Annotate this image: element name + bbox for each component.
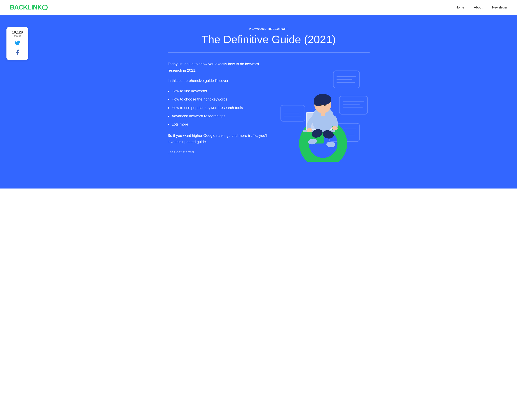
share-count: 10,129 (10, 30, 24, 35)
svg-point-26 (307, 128, 312, 132)
facebook-share-button[interactable] (10, 49, 24, 57)
hero-illustration (277, 61, 370, 162)
share-widget: 10,129 shares (7, 27, 28, 60)
hero-section: 10,129 shares KEYWORD RESEARCH: The Defi… (0, 15, 517, 188)
nav-home[interactable]: Home (456, 6, 464, 9)
svg-rect-4 (339, 96, 368, 114)
hero-body: Today I'm going to show you exactly how … (168, 61, 370, 162)
hero-svg-illustration (277, 65, 370, 162)
navbar: BACKLINK Home About Newsletter (0, 0, 517, 15)
hero-text: Today I'm going to show you exactly how … (168, 61, 269, 159)
logo[interactable]: BACKLINK (10, 4, 48, 11)
svg-point-27 (332, 126, 338, 130)
svg-rect-33 (321, 112, 325, 116)
svg-point-25 (326, 141, 335, 148)
hero-divider (168, 52, 370, 53)
nav-links: Home About Newsletter (456, 6, 507, 9)
hero-intro2: In this comprehensive guide I'll cover: (168, 77, 269, 84)
svg-point-31 (320, 104, 321, 106)
svg-point-32 (324, 104, 326, 106)
bullet-3: How to use popular keyword research tool… (172, 105, 269, 111)
hero-subtitle: KEYWORD RESEARCH: (168, 27, 370, 30)
share-label: shares (10, 35, 24, 37)
bullet-1: How to find keywords (172, 88, 269, 94)
logo-text: BACKLINK (10, 4, 42, 11)
nav-about[interactable]: About (474, 6, 482, 9)
hero-content: KEYWORD RESEARCH: The Definitive Guide (… (147, 27, 370, 162)
hero-intro1: Today I'm going to show you exactly how … (168, 61, 269, 74)
hero-title: The Definitive Guide (2021) (168, 33, 370, 46)
nav-newsletter[interactable]: Newsletter (492, 6, 507, 9)
bullet-4: Advanced keyword research tips (172, 113, 269, 119)
hero-bullets: How to find keywords How to choose the r… (172, 88, 269, 127)
bullet-5: Lots more (172, 121, 269, 127)
hero-cta: So if you want higher Google rankings an… (168, 132, 269, 145)
keyword-research-tools-link[interactable]: keyword research tools (205, 105, 243, 110)
bullet-2: How to choose the right keywords (172, 96, 269, 102)
hero-lets-start: Let's get started. (168, 149, 269, 155)
twitter-share-button[interactable] (10, 40, 24, 47)
logo-o (42, 5, 48, 10)
